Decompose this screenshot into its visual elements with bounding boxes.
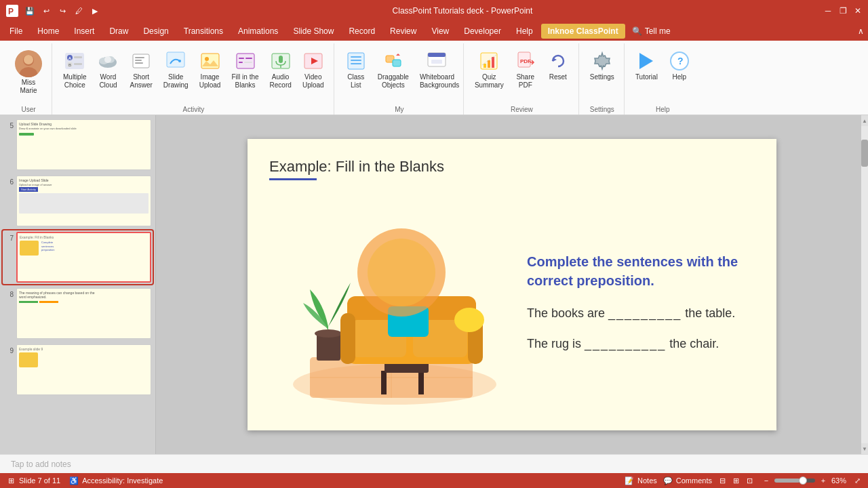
short-answer-icon xyxy=(130,50,152,72)
ribbon-btn-whiteboard[interactable]: WhiteboardBackgrounds xyxy=(416,47,458,92)
image-upload-icon xyxy=(199,50,221,72)
whiteboard-icon xyxy=(426,50,448,72)
ribbon-btn-audio-record[interactable]: AudioRecord xyxy=(266,47,296,92)
svg-marker-50 xyxy=(553,58,557,62)
notes-label: Notes xyxy=(637,476,657,485)
slide-thumb-6[interactable]: 6 Image Upload Slide Upload an image of … xyxy=(3,174,153,228)
slide-num-6: 6 xyxy=(4,176,14,186)
ribbon-collapse-btn[interactable]: ∧ xyxy=(856,26,865,36)
menu-classpoint[interactable]: Inknoe ClassPoint xyxy=(541,24,625,39)
svg-rect-18 xyxy=(135,57,144,58)
ribbon-btn-slide-drawing[interactable]: SlideDrawing xyxy=(159,47,193,92)
ribbon-btn-multiple-choice[interactable]: A B MultipleChoice xyxy=(59,47,90,92)
ribbon-btn-draggable[interactable]: DraggableObjects xyxy=(374,47,413,92)
close-btn[interactable]: ✕ xyxy=(853,6,863,16)
redo-quick-btn[interactable]: ↪ xyxy=(56,4,69,18)
undo-quick-btn[interactable]: ↩ xyxy=(39,4,53,18)
share-pdf-label: SharePDF xyxy=(516,73,534,89)
menu-help[interactable]: Help xyxy=(509,24,540,39)
svg-rect-36 xyxy=(351,56,361,58)
help-label: Help xyxy=(673,73,687,81)
slide-thumb-5[interactable]: 5 Upload Slide Drawing Draw & annotate o… xyxy=(3,118,153,171)
comments-label: Comments xyxy=(676,476,712,485)
slideshow-view-btn[interactable]: ⊡ xyxy=(745,475,755,486)
ribbon-btn-image-upload[interactable]: ImageUpload xyxy=(195,47,225,92)
multiple-choice-label: MultipleChoice xyxy=(63,73,86,89)
status-left: ⊞ Slide 7 of 11 ♿ Accessibility: Investi… xyxy=(5,475,163,486)
notes-btn[interactable]: 📝 Notes xyxy=(624,475,657,486)
zoom-in-btn[interactable]: + xyxy=(818,475,829,486)
ribbon-btn-share-pdf[interactable]: PDF SharePDF xyxy=(511,47,540,92)
comments-btn[interactable]: 💬 Comments xyxy=(663,475,712,486)
present-quick-btn[interactable]: ▶ xyxy=(88,4,102,18)
word-cloud-label: WordCloud xyxy=(99,73,117,89)
slide-thumb-7[interactable]: 7 Example: Fill in Blanks Completesenten… xyxy=(3,230,153,284)
menu-insert[interactable]: Insert xyxy=(67,24,101,39)
slide-question-text: Complete the sentences with the correct … xyxy=(527,252,755,290)
zoom-slider[interactable] xyxy=(774,479,815,483)
draggable-icon xyxy=(382,50,404,72)
svg-rect-29 xyxy=(244,62,252,63)
slide-thumb-9[interactable]: 9 Example slide 9 xyxy=(3,343,153,396)
menu-draw[interactable]: Draw xyxy=(102,24,135,39)
menu-record[interactable]: Record xyxy=(342,24,382,39)
ribbon-btn-help[interactable]: ? Help xyxy=(665,47,694,84)
ribbon-btn-short-answer[interactable]: ShortAnswer xyxy=(125,47,156,92)
reading-view-btn[interactable]: ⊞ xyxy=(731,475,742,486)
slide-num-5: 5 xyxy=(4,119,14,129)
ribbon-btn-tutorial[interactable]: Tutorial xyxy=(631,47,662,84)
fill-blanks-icon xyxy=(235,50,256,72)
ribbon-btn-reset[interactable]: Reset xyxy=(543,47,573,84)
word-cloud-icon xyxy=(97,50,119,72)
tell-me-area[interactable]: 🔍 Tell me xyxy=(627,24,676,39)
ribbon-btn-quiz-summary[interactable]: QuizSummary xyxy=(471,47,508,92)
slide-sentence-2-text: The rug is __________ the chair. xyxy=(527,337,719,350)
menu-transitions[interactable]: Transitions xyxy=(177,24,230,39)
ribbon-group-user-label: User xyxy=(11,104,46,115)
scroll-down-btn[interactable]: ▼ xyxy=(861,443,868,454)
ribbon-btn-word-cloud[interactable]: WordCloud xyxy=(93,47,123,92)
menu-view[interactable]: View xyxy=(425,24,456,39)
whiteboard-label: WhiteboardBackgrounds xyxy=(420,73,454,89)
svg-rect-38 xyxy=(351,63,361,64)
menu-review[interactable]: Review xyxy=(383,24,423,39)
svg-rect-27 xyxy=(245,58,252,59)
user-avatar-btn[interactable]: MissMarie xyxy=(11,47,46,98)
normal-view-btn[interactable]: ⊟ xyxy=(717,475,728,486)
menu-design[interactable]: Design xyxy=(136,24,175,39)
menu-slideshow[interactable]: Slide Show xyxy=(286,24,340,39)
zoom-out-btn[interactable]: − xyxy=(761,475,772,486)
fit-screen-btn[interactable]: ⤢ xyxy=(852,475,863,486)
slide-title-underline xyxy=(269,178,317,180)
menu-animations[interactable]: Animations xyxy=(231,24,285,39)
slide-sentence-1: The books are _________ the table. xyxy=(527,306,755,321)
ribbon-group-help-label: Help xyxy=(631,104,694,115)
svg-rect-72 xyxy=(340,313,355,364)
menu-home[interactable]: Home xyxy=(31,24,66,39)
slide-thumb-8[interactable]: 8 The meaning of phrases can change base… xyxy=(3,287,153,340)
slide-title-row: Example: Fill in the Blanks xyxy=(269,158,755,180)
accessibility-text: Accessibility: Investigate xyxy=(82,476,163,485)
restore-btn[interactable]: ❐ xyxy=(838,6,848,16)
save-quick-btn[interactable]: 💾 xyxy=(23,4,37,18)
search-icon: 🔍 xyxy=(632,26,642,36)
draw-quick-btn[interactable]: 🖊 xyxy=(72,4,85,18)
menu-file[interactable]: File xyxy=(3,24,29,39)
svg-point-22 xyxy=(178,60,181,62)
notes-bar[interactable]: Tap to add notes xyxy=(0,454,868,473)
scroll-thumb[interactable] xyxy=(861,140,868,167)
accessibility-area[interactable]: ♿ Accessibility: Investigate xyxy=(68,475,163,486)
scroll-up-btn[interactable]: ▲ xyxy=(861,115,868,126)
minimize-btn[interactable]: ─ xyxy=(823,6,833,16)
svg-rect-12 xyxy=(74,63,82,65)
scroll-bar-right[interactable]: ▲ ▼ xyxy=(861,115,868,454)
ribbon-btn-settings[interactable]: Settings xyxy=(586,47,618,84)
menu-developer[interactable]: Developer xyxy=(457,24,508,39)
slide-thumb-img-9: Example slide 9 xyxy=(16,344,151,395)
ribbon-btn-video-upload[interactable]: VideoUpload xyxy=(298,47,328,92)
ribbon-btn-fill-blanks[interactable]: Fill in theBlanks xyxy=(228,47,263,92)
quick-access-toolbar: 💾 ↩ ↪ 🖊 ▶ xyxy=(23,4,102,18)
svg-rect-25 xyxy=(237,54,254,68)
window-controls: ─ ❐ ✕ xyxy=(823,6,863,16)
ribbon-btn-class-list[interactable]: ClassList xyxy=(341,47,371,92)
